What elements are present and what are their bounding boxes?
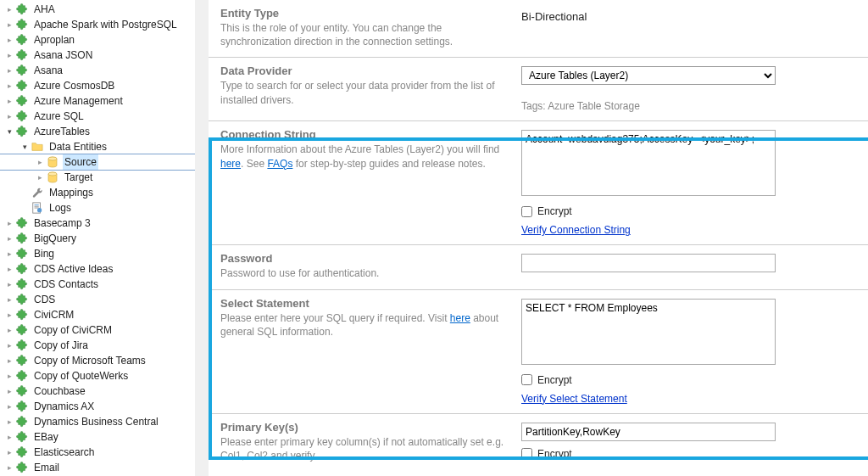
tree-item-aha[interactable]: ▸AHA: [0, 2, 195, 17]
row-data-provider: Data Provider Type to search for or sele…: [209, 58, 868, 121]
row-password: Password Password to use for authenticat…: [209, 245, 868, 289]
expander-icon[interactable]: ▸: [3, 263, 15, 275]
expander-icon[interactable]: ▸: [3, 324, 15, 336]
expander-icon[interactable]: ▸: [3, 80, 15, 92]
conn-string-head: Connection String: [220, 128, 504, 141]
expander-icon[interactable]: ▸: [3, 278, 15, 290]
tree-item-asana-json[interactable]: ▸Asana JSON: [0, 48, 195, 63]
conn-string-input[interactable]: [521, 130, 776, 196]
expander-icon[interactable]: ▾: [3, 126, 15, 137]
tree-item-copy-of-microsoft-teams[interactable]: ▸Copy of Microsoft Teams: [0, 353, 195, 368]
wrench-icon: [31, 186, 44, 199]
tree-item-cds-contacts[interactable]: ▸CDS Contacts: [0, 277, 195, 292]
expander-icon[interactable]: ▸: [3, 370, 15, 382]
tree-item-label: Logs: [47, 200, 73, 216]
puzzle-icon: [15, 3, 29, 16]
tree-item-label: Dynamics Business Central: [32, 414, 160, 429]
tree-item-azure-sql[interactable]: ▸Azure SQL: [0, 109, 195, 124]
tree-item-data-entities[interactable]: ▾Data Entities: [0, 139, 195, 154]
expander-icon[interactable]: ▸: [34, 156, 46, 168]
tree-item-logs[interactable]: Logs: [0, 200, 195, 216]
tree-item-dynamics-ax[interactable]: ▸Dynamics AX: [0, 399, 195, 414]
verify-select-link[interactable]: Verify Select Statement: [521, 393, 627, 405]
tree-item-mappings[interactable]: Mappings: [0, 185, 195, 200]
expander-icon[interactable]: ▸: [3, 248, 15, 260]
expander-icon[interactable]: ▸: [3, 232, 15, 244]
row-select-statement: Select Statement Please enter here your …: [209, 290, 868, 414]
expander-icon[interactable]: ▸: [3, 217, 15, 229]
expander-icon[interactable]: ▸: [34, 171, 46, 183]
entity-type-desc: This is the role of your entity. You can…: [220, 21, 504, 48]
tree-item-copy-of-quotewerks[interactable]: ▸Copy of QuoteWerks: [0, 368, 195, 384]
expander-icon[interactable]: ▸: [3, 34, 15, 46]
log-icon: [31, 201, 44, 215]
puzzle-icon: [15, 64, 29, 77]
conn-string-faqs-link[interactable]: FAQs: [267, 158, 292, 170]
tree-item-cds-active-ideas[interactable]: ▸CDS Active Ideas: [0, 261, 195, 277]
conn-string-here-link[interactable]: here: [220, 158, 241, 170]
tree-item-bigquery[interactable]: ▸BigQuery: [0, 231, 195, 246]
expander-icon[interactable]: ▸: [3, 294, 15, 305]
tree-item-target[interactable]: ▸Target: [0, 170, 195, 185]
data-provider-select[interactable]: Azure Tables (Layer2): [521, 66, 776, 85]
primary-key-input[interactable]: [521, 423, 776, 441]
tree-item-label: EBay: [32, 429, 60, 445]
tree-item-dynamics-business-central[interactable]: ▸Dynamics Business Central: [0, 414, 195, 429]
select-here-link[interactable]: here: [450, 312, 470, 324]
folder-icon: [31, 140, 44, 154]
expander-icon[interactable]: ▸: [3, 355, 15, 367]
tree-item-label: AzureTables: [32, 124, 92, 139]
expander-icon[interactable]: ▸: [3, 309, 15, 321]
tree-item-copy-of-jira[interactable]: ▸Copy of Jira: [0, 338, 195, 353]
tree-item-ebay[interactable]: ▸EBay: [0, 429, 195, 445]
tree-item-asana[interactable]: ▸Asana: [0, 63, 195, 78]
tree-item-azure-management[interactable]: ▸Azure Management: [0, 93, 195, 109]
tree-item-basecamp-3[interactable]: ▸Basecamp 3: [0, 216, 195, 231]
expander-icon[interactable]: ▸: [3, 95, 15, 107]
tree-item-civicrm[interactable]: ▸CiviCRM: [0, 307, 195, 322]
expander-icon[interactable]: ▸: [3, 64, 15, 76]
expander-icon[interactable]: ▸: [3, 446, 15, 458]
sidebar-tree[interactable]: ▸AHA▸Apache Spark with PostgreSQL▸Apropl…: [0, 0, 195, 476]
tree-item-label: Couchbase: [32, 384, 87, 399]
expander-icon[interactable]: ▸: [3, 3, 15, 15]
entity-type-head: Entity Type: [220, 7, 504, 20]
tree-item-couchbase[interactable]: ▸Couchbase: [0, 384, 195, 399]
expander-icon[interactable]: ▸: [3, 431, 15, 443]
tree-item-label: CDS Active Ideas: [32, 261, 114, 277]
puzzle-icon: [15, 445, 29, 459]
expander-icon[interactable]: ▸: [3, 339, 15, 351]
expander-icon[interactable]: ▸: [3, 385, 15, 397]
tree-item-elasticsearch[interactable]: ▸Elasticsearch: [0, 445, 195, 460]
tree-item-email[interactable]: ▸Email: [0, 460, 195, 475]
tree-item-azuretables[interactable]: ▾AzureTables: [0, 124, 195, 139]
expander-icon[interactable]: ▸: [3, 110, 15, 122]
main-panel: Entity Type This is the role of your ent…: [209, 0, 868, 476]
expander-icon[interactable]: ▸: [3, 19, 15, 31]
expander-icon[interactable]: ▸: [3, 400, 15, 412]
expander-icon[interactable]: ▸: [3, 49, 15, 61]
tree-item-bing[interactable]: ▸Bing: [0, 246, 195, 261]
cylinder-icon: [46, 155, 59, 169]
data-provider-head: Data Provider: [220, 64, 504, 77]
tree-item-label: Basecamp 3: [32, 216, 92, 231]
select-input[interactable]: [521, 299, 776, 365]
verify-conn-string-link[interactable]: Verify Connection String: [521, 224, 631, 236]
expander-icon[interactable]: ▾: [19, 141, 31, 153]
tree-item-aproplan[interactable]: ▸Aproplan: [0, 32, 195, 48]
conn-string-encrypt-checkbox[interactable]: [521, 206, 532, 217]
select-encrypt-checkbox[interactable]: [521, 374, 532, 385]
sidebar-scrollbar[interactable]: [195, 0, 209, 476]
tree-item-source[interactable]: ▸Source: [0, 154, 195, 170]
puzzle-icon: [15, 339, 29, 352]
password-input[interactable]: [521, 254, 776, 272]
tree-item-label: Azure CosmosDB: [32, 78, 116, 93]
expander-icon[interactable]: ▸: [3, 416, 15, 428]
tree-item-apache-spark-with-postgresql[interactable]: ▸Apache Spark with PostgreSQL: [0, 17, 195, 32]
primary-key-encrypt-checkbox[interactable]: [521, 448, 532, 459]
tree-item-copy-of-civicrm[interactable]: ▸Copy of CiviCRM: [0, 322, 195, 338]
tree-item-azure-cosmosdb[interactable]: ▸Azure CosmosDB: [0, 78, 195, 93]
expander-icon[interactable]: ▸: [3, 462, 15, 473]
puzzle-icon: [15, 94, 29, 108]
tree-item-cds[interactable]: ▸CDS: [0, 292, 195, 307]
